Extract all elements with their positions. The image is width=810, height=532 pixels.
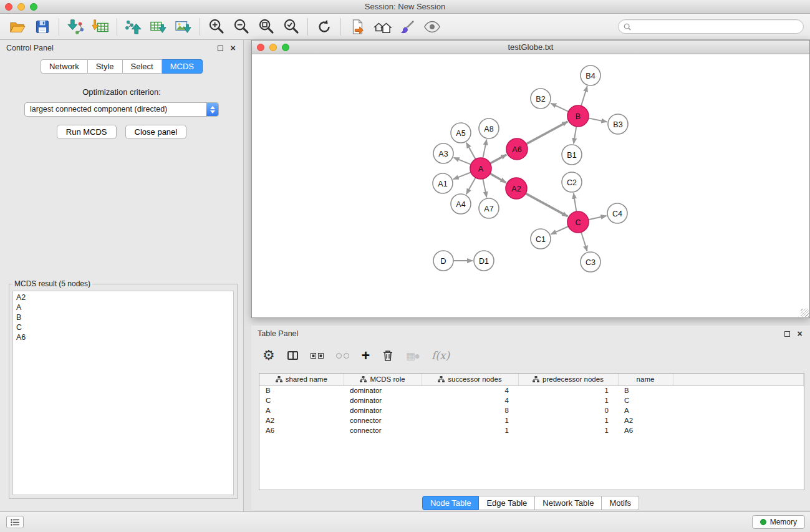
- zoom-fit-icon: [258, 18, 275, 35]
- col-mcds-role[interactable]: MCDS role: [344, 374, 422, 385]
- node-B1[interactable]: B1: [562, 145, 582, 165]
- node-A3[interactable]: A3: [433, 143, 453, 163]
- node-A[interactable]: A: [470, 158, 491, 179]
- tab-mcds[interactable]: MCDS: [162, 59, 203, 74]
- deselect-all-rows-button[interactable]: [336, 353, 349, 359]
- run-mcds-button[interactable]: Run MCDS: [57, 125, 117, 139]
- zoom-in-button[interactable]: [204, 16, 229, 37]
- close-panel-icon-button[interactable]: ×: [229, 44, 237, 52]
- delete-column-button[interactable]: [382, 349, 393, 362]
- zoom-out-icon: [233, 18, 250, 35]
- import-network-button[interactable]: [63, 16, 88, 37]
- select-all-rows-button[interactable]: [311, 353, 324, 359]
- node-C1[interactable]: C1: [531, 229, 551, 249]
- table-row[interactable]: Adominator80A: [259, 405, 804, 415]
- tab-select[interactable]: Select: [123, 59, 162, 74]
- homes-button[interactable]: [370, 16, 395, 37]
- save-session-button[interactable]: [30, 16, 55, 37]
- table-row[interactable]: A2connector11A2: [259, 415, 804, 425]
- minimize-network-button[interactable]: [269, 44, 277, 51]
- import-table-button[interactable]: [88, 16, 113, 37]
- close-table-panel-button[interactable]: ×: [796, 330, 804, 338]
- svg-text:A2: A2: [511, 185, 521, 193]
- node-D[interactable]: D: [433, 251, 453, 271]
- result-item[interactable]: A: [13, 302, 233, 312]
- table-row[interactable]: Cdominator41C: [259, 395, 804, 405]
- paint-button[interactable]: [395, 16, 420, 37]
- table-row[interactable]: Bdominator41B: [259, 385, 804, 395]
- task-history-button[interactable]: [6, 516, 24, 528]
- zoom-selected-button[interactable]: [279, 16, 304, 37]
- node-B2[interactable]: B2: [531, 89, 551, 109]
- zoom-network-button[interactable]: [282, 44, 289, 51]
- tab-style[interactable]: Style: [88, 59, 123, 74]
- document-arrow-button[interactable]: [345, 16, 370, 37]
- add-column-button[interactable]: +: [362, 349, 370, 362]
- node-B3[interactable]: B3: [608, 114, 628, 134]
- criterion-dropdown[interactable]: largest connected component (directed): [24, 102, 219, 117]
- chevron-down-icon: [210, 110, 215, 114]
- float-table-panel-button[interactable]: [783, 330, 791, 338]
- network-window-titlebar[interactable]: testGlobe.txt: [252, 41, 809, 54]
- node-B[interactable]: B: [567, 105, 589, 127]
- edge-C-C2: [574, 193, 577, 211]
- open-session-button[interactable]: [5, 16, 30, 37]
- tab-motifs[interactable]: Motifs: [602, 496, 639, 510]
- export-image-button[interactable]: [171, 16, 196, 37]
- col-predecessor-nodes[interactable]: predecessor nodes: [518, 374, 618, 385]
- node-A8[interactable]: A8: [479, 118, 499, 138]
- col-name[interactable]: name: [618, 374, 673, 385]
- node-A7[interactable]: A7: [479, 198, 499, 218]
- node-A6[interactable]: A6: [506, 138, 528, 160]
- export-table-button[interactable]: [146, 16, 171, 37]
- table-settings-button[interactable]: ⚙: [263, 349, 275, 362]
- float-icon: [218, 46, 223, 51]
- node-A5[interactable]: A5: [451, 123, 471, 143]
- node-A4[interactable]: A4: [451, 194, 471, 214]
- delete-table-button-disabled[interactable]: ▦●: [406, 350, 419, 362]
- tab-network[interactable]: Network: [41, 59, 88, 74]
- memory-button[interactable]: Memory: [752, 515, 805, 529]
- tab-node-table[interactable]: Node Table: [422, 496, 480, 510]
- col-shared-name[interactable]: shared name: [259, 374, 344, 385]
- tab-network-table[interactable]: Network Table: [535, 496, 602, 510]
- node-C[interactable]: C: [567, 211, 589, 233]
- svg-text:D: D: [440, 257, 446, 266]
- eye-button[interactable]: [420, 16, 445, 37]
- edge-A6-B: [526, 122, 567, 144]
- zoom-out-button[interactable]: [229, 16, 254, 37]
- result-item[interactable]: A6: [13, 332, 233, 342]
- mcds-result-list[interactable]: A2ABCA6: [12, 291, 234, 495]
- search-input[interactable]: [634, 22, 798, 31]
- export-network-button[interactable]: [121, 16, 146, 37]
- close-panel-button[interactable]: Close panel: [125, 125, 187, 139]
- node-C4[interactable]: C4: [607, 203, 627, 223]
- network-canvas[interactable]: AA6A2BCA5A8A3A1A4A7B2B4B3B1C2C1C4C3DD1: [252, 54, 809, 317]
- function-builder-button[interactable]: f(x): [432, 349, 450, 362]
- refresh-button[interactable]: [312, 16, 337, 37]
- tab-edge-table[interactable]: Edge Table: [479, 496, 535, 510]
- table-row[interactable]: A6connector11A6: [259, 425, 804, 435]
- close-window-button[interactable]: [5, 3, 12, 11]
- resize-grip[interactable]: [801, 309, 809, 317]
- paint-brush-icon: [399, 19, 415, 35]
- result-item[interactable]: C: [13, 322, 233, 332]
- float-panel-button[interactable]: [216, 44, 224, 52]
- node-B4[interactable]: B4: [581, 65, 600, 85]
- node-C3[interactable]: C3: [581, 252, 600, 272]
- minimize-window-button[interactable]: [17, 3, 25, 11]
- node-D1[interactable]: D1: [474, 251, 494, 271]
- node-A2[interactable]: A2: [506, 178, 527, 199]
- zoom-window-button[interactable]: [30, 3, 37, 11]
- select-columns-button[interactable]: [287, 351, 298, 360]
- node-A1[interactable]: A1: [433, 173, 453, 193]
- memory-label: Memory: [770, 518, 797, 526]
- search-field[interactable]: [618, 19, 804, 34]
- node-C2[interactable]: C2: [562, 172, 582, 192]
- result-item[interactable]: A2: [13, 293, 233, 302]
- edge-A-A2: [490, 173, 506, 182]
- col-successor-nodes[interactable]: successor nodes: [422, 374, 518, 385]
- result-item[interactable]: B: [13, 312, 233, 322]
- close-network-button[interactable]: [257, 44, 264, 51]
- zoom-fit-button[interactable]: [254, 16, 279, 37]
